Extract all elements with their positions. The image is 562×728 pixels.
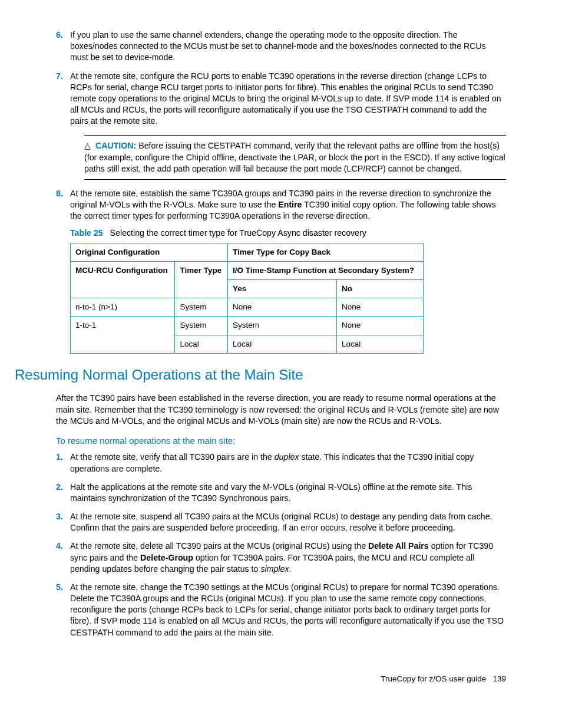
item-text: At the remote site, delete all TC390 pai… (70, 541, 493, 573)
caution-text: Before issuing the CESTPATH command, ver… (84, 141, 505, 173)
list-item: 5. At the remote site, change the TC390 … (56, 582, 506, 638)
item-text: At the remote site, change the TC390 set… (70, 582, 504, 637)
italic-run: duplex (275, 452, 299, 462)
table-row: Original Configuration Timer Type for Co… (71, 243, 424, 261)
cell: System (175, 298, 228, 317)
table-title: Selecting the correct timer type for Tru… (110, 228, 366, 238)
item-text: At the remote site, establish the same T… (70, 189, 496, 220)
item-text: Halt the applications at the remote site… (70, 482, 472, 503)
bold-run: Delete All Pairs (368, 541, 429, 551)
cell: n-to-1 (n>1) (71, 298, 175, 317)
list-item: 3. At the remote site, suspend all TC390… (56, 511, 506, 533)
item-text: At the remote site, verify that all TC39… (70, 452, 474, 473)
col-header: MCU-RCU Configuration (71, 261, 175, 298)
section-intro: After the TC390 pairs have been establis… (56, 393, 506, 427)
cell: System (228, 317, 337, 335)
procedure-list-2: 1. At the remote site, verify that all T… (56, 452, 506, 638)
text-run: At the remote site, verify that all TC39… (70, 452, 275, 462)
col-header: No (336, 280, 423, 298)
page-number: 139 (492, 674, 506, 683)
italic-run: simplex (260, 564, 289, 574)
table-row: MCU-RCU Configuration Timer Type I/O Tim… (71, 261, 424, 279)
table-caption: Table 25 Selecting the correct timer typ… (70, 228, 506, 239)
table-row: n-to-1 (n>1) System None None (71, 298, 424, 317)
section-subheading: To resume normal operations at the main … (56, 435, 506, 447)
list-item: 1. At the remote site, verify that all T… (56, 452, 506, 474)
item-number: 3. (56, 511, 63, 522)
cell: Local (175, 335, 228, 353)
bold-run: Delete-Group (140, 553, 193, 562)
cell: 1-to-1 (71, 317, 175, 353)
item-text: At the remote site, configure the RCU po… (70, 71, 501, 126)
item-number: 1. (56, 452, 63, 463)
col-header: Timer Type (175, 261, 228, 298)
col-header: Timer Type for Copy Back (228, 243, 424, 261)
page-footer: TrueCopy for z/OS user guide 139 (56, 674, 506, 684)
caution-body: △ CAUTION: Before issuing the CESTPATH c… (84, 136, 506, 179)
list-item: 2. Halt the applications at the remote s… (56, 482, 506, 504)
list-item: 6. If you plan to use the same channel e… (56, 29, 506, 64)
list-item: 8. At the remote site, establish the sam… (56, 188, 506, 354)
item-text: At the remote site, suspend all TC390 pa… (70, 512, 492, 532)
col-header: Original Configuration (71, 243, 228, 261)
cell: None (228, 298, 337, 317)
table-row: 1-to-1 System System None (71, 317, 424, 335)
timer-type-table: Original Configuration Timer Type for Co… (70, 243, 424, 354)
text-run: At the remote site, delete all TC390 pai… (70, 541, 368, 551)
rule (84, 179, 506, 180)
cell: None (336, 317, 423, 335)
item-number: 6. (56, 29, 63, 41)
item-number: 5. (56, 582, 63, 593)
bold-run: Entire (278, 200, 302, 209)
cell: None (336, 298, 423, 317)
caution-block: △ CAUTION: Before issuing the CESTPATH c… (84, 135, 506, 180)
item-number: 2. (56, 482, 63, 493)
list-item: 4. At the remote site, delete all TC390 … (56, 541, 506, 575)
table-number: Table 25 (70, 228, 103, 238)
list-item: 7. At the remote site, configure the RCU… (56, 71, 506, 180)
cell: System (175, 317, 228, 335)
cell: Local (228, 335, 337, 353)
col-header: I/O Time-Stamp Function at Secondary Sys… (228, 261, 424, 279)
caution-label: CAUTION: (95, 141, 136, 150)
col-header: Yes (228, 280, 337, 298)
caution-icon: △ (84, 140, 91, 151)
item-text: If you plan to use the same channel exte… (70, 30, 486, 62)
section-heading: Resuming Normal Operations at the Main S… (15, 365, 506, 384)
cell: Local (336, 335, 423, 353)
footer-title: TrueCopy for z/OS user guide (381, 674, 486, 683)
item-number: 4. (56, 541, 63, 552)
item-number: 8. (56, 188, 63, 199)
procedure-list-1: 6. If you plan to use the same channel e… (56, 29, 506, 354)
item-number: 7. (56, 71, 63, 82)
text-run: . (289, 564, 292, 574)
